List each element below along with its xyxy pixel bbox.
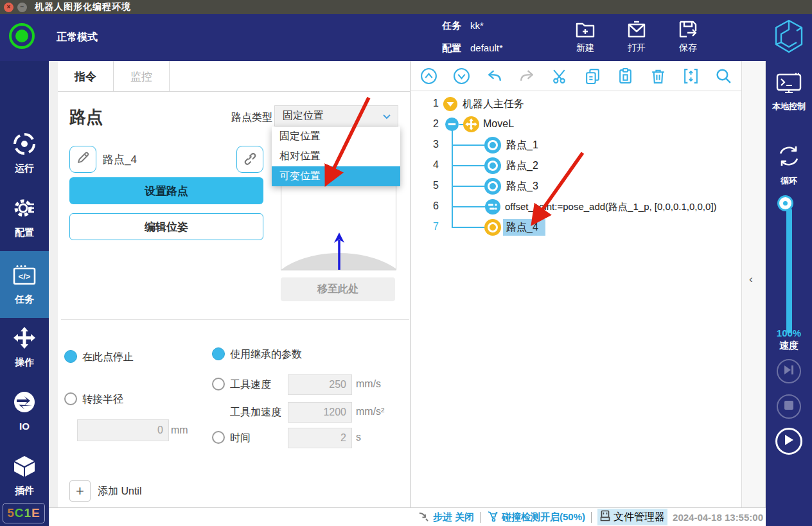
blend-radius-input[interactable]: 0 bbox=[77, 419, 169, 441]
tree-node-label[interactable]: 路点_2 bbox=[506, 159, 538, 173]
stop-button[interactable] bbox=[777, 394, 801, 419]
move-here-button[interactable]: 移至此处 bbox=[281, 277, 395, 301]
io-icon bbox=[12, 390, 37, 417]
tree-connector bbox=[452, 206, 485, 207]
tree-node-label[interactable]: 路点_3 bbox=[506, 180, 538, 193]
tab-instruction[interactable]: 指令 bbox=[58, 61, 114, 92]
inherit-params-radio[interactable] bbox=[212, 347, 225, 360]
tree-node-label[interactable]: 路点_1 bbox=[506, 139, 538, 152]
new-label: 新建 bbox=[560, 42, 611, 54]
dropdown-option-fixed[interactable]: 固定位置 bbox=[272, 127, 400, 146]
move-bottom-icon[interactable] bbox=[453, 67, 470, 85]
waypoint-type-label: 路点类型 bbox=[231, 111, 272, 125]
file-manager-button[interactable]: 文件管理器 bbox=[597, 509, 667, 525]
option-label: 可变位置 bbox=[279, 170, 321, 183]
waypoint-type-value: 固定位置 bbox=[283, 109, 324, 123]
save-task-button[interactable]: 保存 bbox=[662, 18, 714, 54]
svg-text:</>: </> bbox=[19, 272, 31, 281]
add-until-button[interactable]: + bbox=[69, 480, 91, 502]
assignment-icon[interactable] bbox=[485, 199, 500, 217]
page-title: 路点 bbox=[69, 106, 103, 128]
run-icon bbox=[12, 132, 37, 159]
waypoint-type-select[interactable]: 固定位置 bbox=[274, 105, 398, 127]
sidebar-item-task[interactable]: </> 任务 bbox=[0, 251, 49, 318]
tree-node-label[interactable]: MoveL bbox=[483, 118, 514, 130]
tool-speed-radio[interactable] bbox=[212, 378, 225, 390]
sidebar-item-plugin[interactable]: 插件 bbox=[0, 454, 49, 497]
option-label: 固定位置 bbox=[279, 130, 321, 143]
step-forward-button[interactable] bbox=[777, 359, 801, 383]
waypoint-icon-selected[interactable] bbox=[484, 219, 501, 238]
time-input[interactable]: 2 bbox=[288, 428, 352, 448]
sidebar-item-operate[interactable]: 操作 bbox=[0, 326, 49, 369]
set-waypoint-button[interactable]: 设置路点 bbox=[69, 177, 263, 204]
copy-icon[interactable] bbox=[584, 67, 601, 85]
dropdown-option-relative[interactable]: 相对位置 bbox=[272, 146, 400, 166]
dropdown-option-variable[interactable]: 可变位置 bbox=[272, 166, 400, 186]
tool-speed-input[interactable]: 250 bbox=[288, 374, 352, 395]
link-variable-button[interactable] bbox=[236, 146, 263, 173]
tab-monitor[interactable]: 监控 bbox=[114, 61, 170, 92]
sidebar-item-config[interactable]: 配置 bbox=[0, 196, 49, 239]
tool-speed-unit: mm/s bbox=[356, 378, 381, 390]
tool-accel-input[interactable]: 1200 bbox=[288, 402, 352, 423]
time-label: 时间 bbox=[230, 432, 251, 445]
save-icon bbox=[662, 18, 714, 41]
open-task-button[interactable]: 打开 bbox=[611, 18, 662, 54]
local-control-label: 本地控制 bbox=[772, 101, 806, 112]
search-icon[interactable] bbox=[715, 67, 732, 85]
tree-node-label[interactable]: 机器人主任务 bbox=[463, 98, 524, 111]
sidebar-item-label: 任务 bbox=[15, 294, 34, 306]
sidebar-item-run[interactable]: 运行 bbox=[0, 132, 49, 175]
status-ring-icon bbox=[9, 23, 35, 49]
line-number: 6 bbox=[421, 200, 439, 212]
waypoint-icon[interactable] bbox=[484, 137, 501, 156]
blend-radius-radio[interactable] bbox=[64, 392, 77, 405]
save-label: 保存 bbox=[662, 42, 714, 54]
rename-waypoint-button[interactable] bbox=[69, 146, 96, 173]
sidebar-item-io[interactable]: IO bbox=[0, 390, 49, 432]
loop-button[interactable]: 循环 bbox=[766, 143, 812, 187]
tree-node-label[interactable]: offset_point:=pose_add(路点_1_p, [0,0,0.1,… bbox=[505, 201, 717, 213]
left-sidebar: 运行 配置 </> 任务 操作 IO bbox=[0, 61, 49, 526]
cut-icon[interactable] bbox=[551, 67, 569, 85]
time-radio[interactable] bbox=[212, 431, 225, 444]
step-icon bbox=[418, 511, 430, 524]
play-button[interactable] bbox=[775, 428, 802, 455]
paste-icon[interactable] bbox=[617, 67, 634, 85]
blend-radius-value: 0 bbox=[157, 425, 163, 436]
waypoint-icon[interactable] bbox=[484, 178, 501, 197]
file-manager-icon bbox=[600, 510, 610, 524]
line-number: 1 bbox=[421, 98, 439, 109]
undo-icon[interactable] bbox=[486, 67, 503, 85]
step-mode-status[interactable]: 步进 关闭 bbox=[418, 511, 474, 524]
speed-label: 速度 bbox=[766, 340, 812, 352]
movel-icon[interactable] bbox=[463, 116, 479, 135]
speed-slider-knob[interactable] bbox=[779, 197, 791, 209]
redo-icon[interactable] bbox=[518, 67, 536, 85]
status-separator bbox=[591, 512, 592, 523]
move-top-icon[interactable] bbox=[420, 67, 437, 85]
stop-here-radio[interactable] bbox=[64, 350, 77, 363]
stop-here-label: 在此点停止 bbox=[82, 351, 134, 364]
operate-move-icon bbox=[12, 326, 37, 353]
close-icon[interactable]: × bbox=[4, 3, 13, 12]
task-root-icon[interactable] bbox=[443, 97, 457, 114]
line-number: 2 bbox=[421, 118, 439, 130]
collapse-panel-chevron[interactable]: ‹ bbox=[749, 273, 753, 286]
local-control-button[interactable]: 本地控制 bbox=[766, 73, 812, 112]
version-badge: 5C1E bbox=[3, 503, 45, 523]
tab-label: 监控 bbox=[130, 69, 152, 84]
collision-status[interactable]: 碰撞检测开启(50%) bbox=[486, 511, 585, 524]
speed-slider[interactable] bbox=[786, 207, 792, 333]
minimize-icon[interactable]: − bbox=[17, 3, 27, 12]
insert-icon[interactable] bbox=[682, 67, 700, 85]
edit-pose-button[interactable]: 编辑位姿 bbox=[69, 213, 263, 240]
edit-pose-label: 编辑位姿 bbox=[145, 220, 188, 234]
waypoint-icon[interactable] bbox=[484, 157, 501, 177]
sidebar-item-label: 操作 bbox=[15, 356, 34, 369]
delete-icon[interactable] bbox=[649, 67, 667, 85]
tree-node-label[interactable]: 路点_4 bbox=[506, 221, 538, 234]
new-task-button[interactable]: 新建 bbox=[560, 18, 611, 54]
collapse-node-icon[interactable] bbox=[445, 118, 459, 134]
